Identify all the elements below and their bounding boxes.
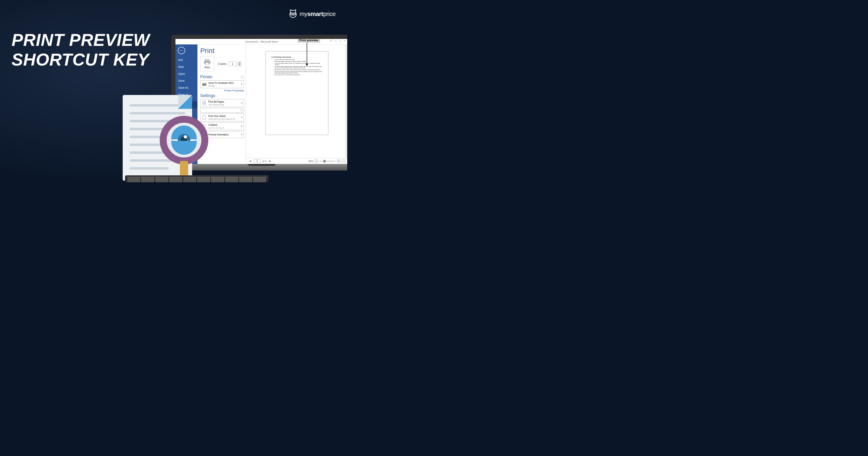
svg-point-2 [291,13,292,14]
minimize-button[interactable]: — [334,39,338,42]
sidebar-item-new[interactable]: New [176,63,197,70]
info-icon[interactable]: i [241,75,244,79]
svg-point-3 [294,13,295,14]
window-title: Document1 - Microsoft Word [245,40,278,43]
owl-icon [288,9,298,19]
svg-rect-11 [203,101,206,105]
zoom-in-button[interactable]: + [337,159,340,163]
sidebar-item-save[interactable]: Save [176,78,197,84]
zoom-level: 35% [308,160,313,162]
brand-logo: mysmartprice [288,9,336,19]
print-heading: Print [200,47,244,55]
print-button[interactable]: Print [200,57,214,71]
magnifier-illustration [160,116,208,164]
keyboard-illustration [125,175,269,182]
printer-properties-link[interactable]: Printer Properties [200,89,244,92]
sidebar-item-open[interactable]: Open [176,70,197,78]
preview-scrollbar[interactable] [345,44,347,158]
printer-icon [204,59,211,65]
magnifier-lens [160,116,208,164]
printer-heading: Printer i [200,74,244,80]
copies-up[interactable]: ▲ [238,62,241,64]
window-titlebar: Document1 - Microsoft Word ? — □ × [176,39,347,44]
sidebar-item-info[interactable]: Info [176,57,197,63]
zoom-fit-button[interactable] [342,159,345,163]
preview-page: 3.2.5 Printing of Documents To print a d… [266,52,328,135]
logo-text: mysmartprice [300,10,336,18]
copies-label: Copies: [218,62,227,65]
callout-label: Print preview [298,39,320,42]
setting-print-pages[interactable]: Print All Pages The whole thing [200,99,244,107]
preview-footer: ◀ of 1 ▶ 35% − + [246,158,347,164]
page-number-input[interactable] [254,159,260,163]
headline-line1: PRINT PREVIEW [11,30,150,50]
copies-down[interactable]: ▼ [238,64,241,66]
close-button[interactable]: × [343,39,347,42]
help-button[interactable]: ? [329,39,333,42]
zoom-out-button[interactable]: − [315,159,318,163]
svg-rect-9 [203,83,206,84]
settings-heading: Settings [200,93,244,98]
page-of-label: of 1 [262,160,267,162]
next-page-button[interactable]: ▶ [268,159,272,162]
headline-line2: SHORTCUT KEY [11,50,150,69]
svg-rect-4 [205,59,209,61]
back-button[interactable]: ← [178,47,185,54]
zoom-slider[interactable] [319,161,336,162]
headline: PRINT PREVIEW SHORTCUT KEY [11,30,150,69]
printer-device-icon [202,82,207,87]
pages-icon [202,101,207,105]
prev-page-button[interactable]: ◀ [248,159,252,162]
printer-selector[interactable]: Send To OneNote 2013 Ready [200,80,244,88]
copies-input[interactable] [229,62,237,66]
copies-field: Copies: ▲ ▼ [218,62,241,66]
maximize-button[interactable]: □ [338,39,342,42]
callout-arrow [307,42,307,66]
pages-range-input[interactable] [200,108,244,113]
sidebar-item-saveas[interactable]: Save As [176,84,197,91]
eye-icon [174,130,194,151]
svg-rect-6 [206,63,209,65]
svg-point-7 [209,62,210,62]
print-preview-pane: 3.2.5 Printing of Documents To print a d… [246,44,347,164]
